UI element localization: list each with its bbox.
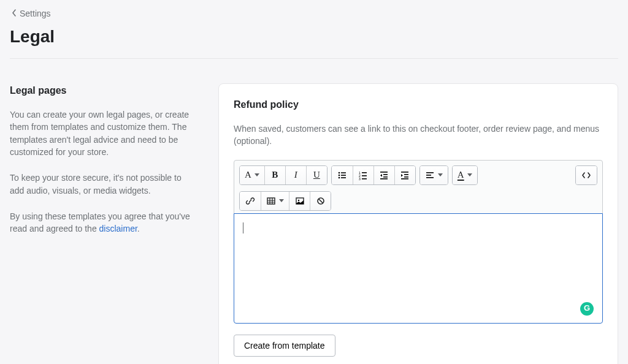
numbered-list-icon: 123 xyxy=(358,170,368,180)
link-icon xyxy=(245,196,255,206)
svg-point-0 xyxy=(339,172,340,173)
svg-rect-11 xyxy=(362,178,367,180)
svg-point-29 xyxy=(297,199,299,200)
svg-rect-20 xyxy=(426,172,434,173)
svg-rect-14 xyxy=(383,176,388,178)
breadcrumb-label: Settings xyxy=(20,7,51,20)
outdent-button[interactable] xyxy=(373,166,394,184)
caret-down-icon xyxy=(255,173,259,176)
code-icon xyxy=(581,170,591,180)
grammarly-badge-icon[interactable] xyxy=(580,302,594,316)
svg-rect-5 xyxy=(341,177,346,178)
side-heading: Legal pages xyxy=(10,83,194,97)
disclaimer-link[interactable]: disclaimer xyxy=(99,224,137,233)
html-view-button[interactable] xyxy=(576,166,597,184)
create-from-template-button[interactable]: Create from template xyxy=(234,335,335,357)
svg-rect-18 xyxy=(404,176,408,178)
card-title: Refund policy xyxy=(234,97,603,112)
link-button[interactable] xyxy=(240,192,261,210)
indent-button[interactable] xyxy=(394,166,415,184)
svg-rect-19 xyxy=(401,178,408,180)
svg-rect-17 xyxy=(404,174,408,175)
text-cursor xyxy=(243,222,243,233)
caret-down-icon xyxy=(438,173,443,176)
svg-rect-10 xyxy=(362,175,367,176)
align-left-icon xyxy=(425,170,435,180)
indent-icon xyxy=(400,170,410,180)
svg-point-1 xyxy=(339,174,340,176)
svg-rect-9 xyxy=(362,172,367,173)
image-icon xyxy=(295,196,305,206)
svg-rect-13 xyxy=(383,174,388,175)
italic-button[interactable]: I xyxy=(285,166,306,184)
chevron-left-icon xyxy=(11,7,17,20)
svg-rect-3 xyxy=(341,172,346,173)
editor-textarea[interactable] xyxy=(234,213,603,324)
editor-toolbar: A B I U 123 xyxy=(234,160,603,214)
svg-rect-4 xyxy=(341,175,346,176)
svg-line-31 xyxy=(318,199,323,203)
svg-rect-22 xyxy=(426,177,434,178)
svg-text:3: 3 xyxy=(359,177,361,180)
side-paragraph-2: To keep your store secure, it's not poss… xyxy=(10,172,194,197)
side-paragraph-3: By using these templates you agree that … xyxy=(10,210,194,235)
refund-policy-card: Refund policy When saved, customers can … xyxy=(218,83,618,364)
svg-rect-21 xyxy=(426,175,431,176)
bullet-list-button[interactable] xyxy=(332,166,353,184)
svg-rect-23 xyxy=(267,198,275,204)
caret-down-icon xyxy=(279,199,284,202)
svg-point-2 xyxy=(339,176,340,178)
svg-rect-12 xyxy=(380,172,388,173)
svg-rect-16 xyxy=(401,172,408,173)
text-color-dropdown[interactable]: A xyxy=(453,166,477,184)
clear-format-button[interactable] xyxy=(310,192,331,210)
table-dropdown[interactable] xyxy=(261,192,289,210)
card-desc: When saved, customers can see a link to … xyxy=(234,123,603,148)
outdent-icon xyxy=(379,170,389,180)
page-title: Legal xyxy=(10,25,618,59)
table-icon xyxy=(266,196,276,206)
sidebar-info: Legal pages You can create your own lega… xyxy=(10,83,194,364)
underline-button[interactable]: U xyxy=(306,166,327,184)
svg-rect-15 xyxy=(380,178,388,180)
caret-down-icon xyxy=(467,173,472,176)
font-style-dropdown[interactable]: A xyxy=(240,166,264,184)
breadcrumb-back[interactable]: Settings xyxy=(11,7,51,20)
bold-button[interactable]: B xyxy=(264,166,285,184)
align-dropdown[interactable] xyxy=(420,166,448,184)
bullet-list-icon xyxy=(337,170,347,180)
side-paragraph-1: You can create your own legal pages, or … xyxy=(10,108,194,158)
image-button[interactable] xyxy=(289,192,310,210)
disable-icon xyxy=(316,196,326,206)
numbered-list-button[interactable]: 123 xyxy=(353,166,373,184)
